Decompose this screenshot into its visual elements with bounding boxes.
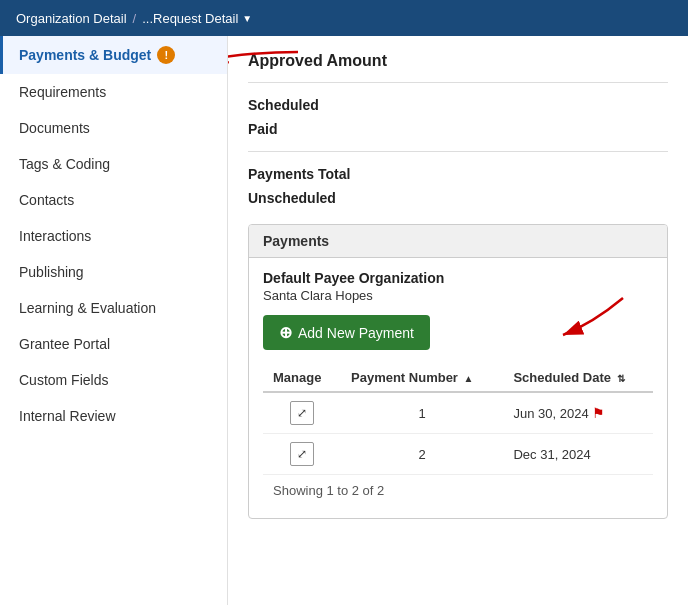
scheduled-label: Scheduled (248, 97, 368, 113)
sidebar-item-requirements[interactable]: Requirements (0, 74, 227, 110)
breadcrumb-separator: / (133, 11, 137, 26)
scheduled-row: Scheduled (248, 93, 668, 117)
sidebar-item-label: Interactions (19, 228, 91, 244)
sidebar-item-internal-review[interactable]: Internal Review (0, 398, 227, 434)
sidebar-item-learning-evaluation[interactable]: Learning & Evaluation (0, 290, 227, 326)
showing-text: Showing 1 to 2 of 2 (263, 475, 653, 506)
table-row: ⤢ 2 Dec 31, 2024 (263, 434, 653, 475)
default-payee-label: Default Payee Organization (263, 270, 653, 286)
main-layout: Payments & Budget ! Requirements Documen… (0, 36, 688, 605)
button-row: ⊕ Add New Payment (263, 303, 653, 364)
flag-icon: ⚑ (592, 405, 605, 421)
chevron-down-icon: ▼ (242, 13, 252, 24)
payments-box: Payments Default Payee Organization Sant… (248, 224, 668, 519)
sidebar-item-label: Learning & Evaluation (19, 300, 156, 316)
main-content: Approved Amount Scheduled Paid Payments … (228, 36, 688, 605)
payments-table: Manage Payment Number ▲ Scheduled Date ⇅… (263, 364, 653, 475)
sidebar-item-tags-coding[interactable]: Tags & Coding (0, 146, 227, 182)
payments-total-row: Payments Total (248, 162, 668, 186)
plus-icon: ⊕ (279, 323, 292, 342)
divider-1 (248, 82, 668, 83)
col-payment-number[interactable]: Payment Number ▲ (341, 364, 503, 392)
scheduled-date-cell: Jun 30, 2024 ⚑ (503, 392, 653, 434)
payment-number-cell: 2 (341, 434, 503, 475)
alert-badge: ! (157, 46, 175, 64)
sidebar-item-label: Internal Review (19, 408, 116, 424)
approved-amount-title: Approved Amount (248, 52, 668, 70)
breadcrumb-request-detail[interactable]: ...Request Detail ▼ (142, 11, 252, 26)
payments-box-header: Payments (249, 225, 667, 258)
sidebar-item-label: Payments & Budget (19, 47, 151, 63)
breadcrumb-org-detail: Organization Detail (16, 11, 127, 26)
unscheduled-row: Unscheduled (248, 186, 668, 210)
sidebar-item-interactions[interactable]: Interactions (0, 218, 227, 254)
payments-box-body: Default Payee Organization Santa Clara H… (249, 258, 667, 518)
sidebar-item-grantee-portal[interactable]: Grantee Portal (0, 326, 227, 362)
expand-icon[interactable]: ⤢ (290, 442, 314, 466)
sidebar-item-label: Requirements (19, 84, 106, 100)
sidebar-item-documents[interactable]: Documents (0, 110, 227, 146)
add-button-label: Add New Payment (298, 325, 414, 341)
payment-number-cell: 1 (341, 392, 503, 434)
sidebar-item-label: Contacts (19, 192, 74, 208)
sidebar-item-publishing[interactable]: Publishing (0, 254, 227, 290)
breadcrumb: Organization Detail / ...Request Detail … (16, 11, 252, 26)
payments-total-label: Payments Total (248, 166, 368, 182)
table-header-row: Manage Payment Number ▲ Scheduled Date ⇅ (263, 364, 653, 392)
divider-2 (248, 151, 668, 152)
app-header: Organization Detail / ...Request Detail … (0, 0, 688, 36)
sidebar-item-label: Tags & Coding (19, 156, 110, 172)
manage-cell: ⤢ (263, 392, 341, 434)
sidebar-item-contacts[interactable]: Contacts (0, 182, 227, 218)
paid-label: Paid (248, 121, 368, 137)
unscheduled-label: Unscheduled (248, 190, 368, 206)
sort-both-icon: ⇅ (617, 373, 625, 384)
sidebar-item-label: Publishing (19, 264, 84, 280)
paid-row: Paid (248, 117, 668, 141)
sidebar-item-custom-fields[interactable]: Custom Fields (0, 362, 227, 398)
col-scheduled-date[interactable]: Scheduled Date ⇅ (503, 364, 653, 392)
sort-asc-icon: ▲ (464, 373, 474, 384)
col-manage: Manage (263, 364, 341, 392)
scheduled-date-cell: Dec 31, 2024 (503, 434, 653, 475)
sidebar-item-label: Documents (19, 120, 90, 136)
add-new-payment-button[interactable]: ⊕ Add New Payment (263, 315, 430, 350)
manage-cell: ⤢ (263, 434, 341, 475)
sidebar-item-label: Grantee Portal (19, 336, 110, 352)
table-row: ⤢ 1 Jun 30, 2024 ⚑ (263, 392, 653, 434)
sidebar-item-payments-budget[interactable]: Payments & Budget ! (0, 36, 227, 74)
expand-icon[interactable]: ⤢ (290, 401, 314, 425)
payee-org-name: Santa Clara Hopes (263, 288, 653, 303)
sidebar-item-label: Custom Fields (19, 372, 108, 388)
sidebar: Payments & Budget ! Requirements Documen… (0, 36, 228, 605)
